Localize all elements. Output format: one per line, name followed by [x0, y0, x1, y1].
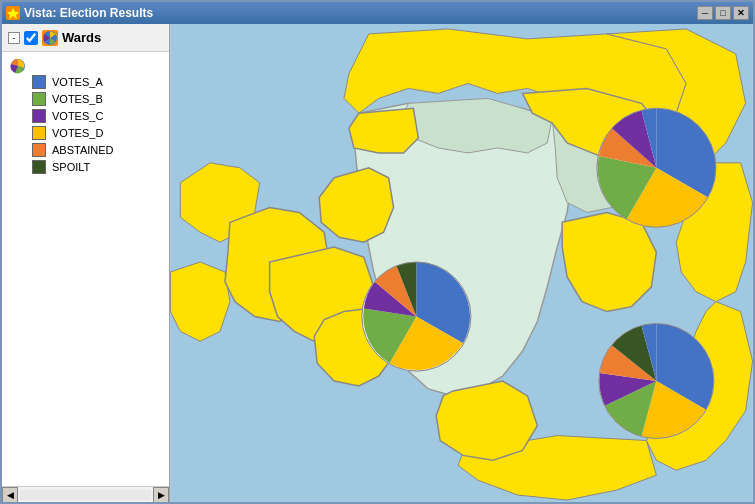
app-icon: [6, 6, 20, 20]
layer-icon: [42, 30, 58, 46]
spoilt-color: [32, 160, 46, 174]
sidebar-title: Wards: [62, 30, 101, 45]
scroll-right-button[interactable]: ▶: [153, 487, 169, 503]
legend-area: VOTES_A VOTES_B VOTES_C VOTES_D ABSTAINE…: [2, 52, 169, 486]
votes-c-label: VOTES_C: [52, 110, 103, 122]
spoilt-label: SPOILT: [52, 161, 90, 173]
content-area: - Wards: [2, 24, 753, 502]
close-button[interactable]: ✕: [733, 6, 749, 20]
votes-c-color: [32, 109, 46, 123]
pie-chart-left: [362, 262, 471, 371]
scroll-left-button[interactable]: ◀: [2, 487, 18, 503]
main-window: Vista: Election Results ─ □ ✕ -: [0, 0, 755, 504]
map-svg: [170, 24, 753, 502]
legend-item-spoilt: SPOILT: [10, 160, 161, 174]
window-title: Vista: Election Results: [24, 6, 697, 20]
legend-item-votes-c: VOTES_C: [10, 109, 161, 123]
votes-b-label: VOTES_B: [52, 93, 103, 105]
pie-chart-top-right: [597, 108, 716, 227]
legend-pie-row: [10, 58, 161, 74]
window-controls: ─ □ ✕: [697, 6, 749, 20]
legend-item-abstained: ABSTAINED: [10, 143, 161, 157]
pie-chart-icon: [10, 58, 26, 74]
sidebar: - Wards: [2, 24, 170, 502]
votes-d-color: [32, 126, 46, 140]
sidebar-header: - Wards: [2, 24, 169, 52]
abstained-color: [32, 143, 46, 157]
minimize-button[interactable]: ─: [697, 6, 713, 20]
legend-item-votes-d: VOTES_D: [10, 126, 161, 140]
legend-item-votes-a: VOTES_A: [10, 75, 161, 89]
scroll-track[interactable]: [20, 490, 151, 500]
title-bar: Vista: Election Results ─ □ ✕: [2, 2, 753, 24]
layer-checkbox[interactable]: [24, 31, 38, 45]
sidebar-scrollbar[interactable]: ◀ ▶: [2, 486, 169, 502]
votes-a-label: VOTES_A: [52, 76, 103, 88]
votes-a-color: [32, 75, 46, 89]
map-area[interactable]: [170, 24, 753, 502]
votes-d-label: VOTES_D: [52, 127, 103, 139]
maximize-button[interactable]: □: [715, 6, 731, 20]
votes-b-color: [32, 92, 46, 106]
legend-item-votes-b: VOTES_B: [10, 92, 161, 106]
pie-chart-bottom-right: [599, 323, 714, 438]
abstained-label: ABSTAINED: [52, 144, 114, 156]
expand-button[interactable]: -: [8, 32, 20, 44]
